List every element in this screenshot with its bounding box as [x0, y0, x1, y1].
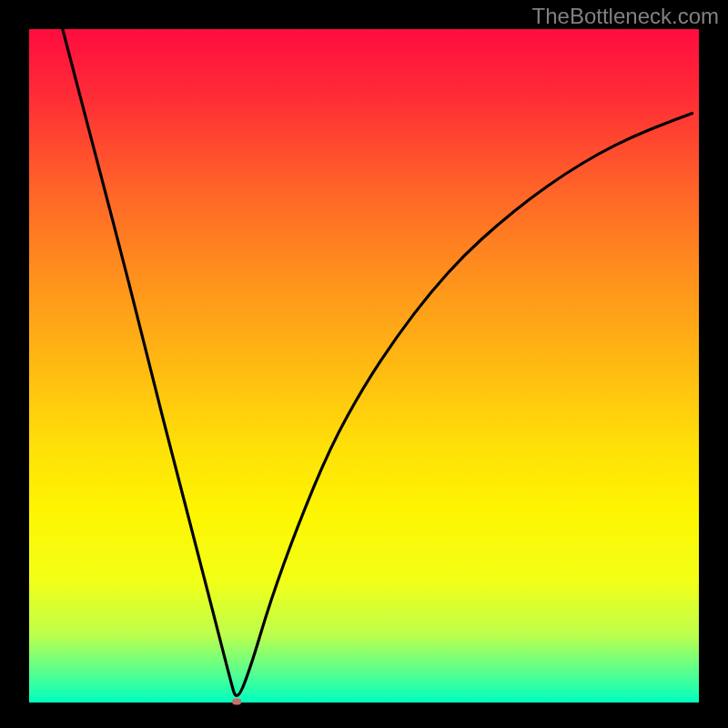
attribution-label: TheBottleneck.com — [532, 4, 719, 29]
bottleneck-chart-canvas — [0, 0, 728, 728]
chart-container: TheBottleneck.com — [0, 0, 728, 728]
